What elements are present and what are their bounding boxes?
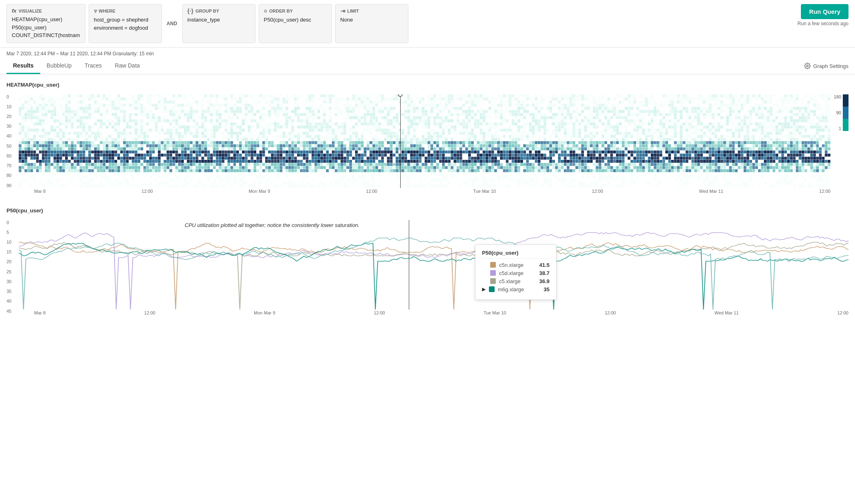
fx-icon: fx — [12, 8, 17, 14]
tooltip-row: c5n.xlarge41.5 — [482, 262, 550, 268]
tooltip-series-value: 35 — [544, 286, 550, 292]
order-icon: ≡ — [264, 8, 267, 14]
heatmap-legend: 180 90 1 — [834, 94, 848, 188]
linechart-y-axis: 45 40 35 30 25 20 15 10 5 0 — [7, 220, 19, 314]
tooltip-overlay: P50(cpu_user) c5n.xlarge41.5c5d.xlarge38… — [475, 244, 556, 300]
gear-icon — [804, 63, 811, 69]
tooltip-series-name: c5d.xlarge — [499, 270, 536, 276]
limit-icon: ⇥ — [340, 8, 345, 14]
visualize-content: HEATMAP(cpu_user) P50(cpu_user) COUNT_DI… — [12, 15, 80, 39]
heatmap-wrapper: 90 80 70 60 50 40 30 20 10 0 Mar 8 12:00 — [7, 90, 848, 204]
tooltip-series-name: m6g.xlarge — [498, 286, 541, 292]
where-label: WHERE — [99, 9, 116, 13]
group-icon: {·} — [188, 8, 194, 14]
svg-point-0 — [807, 65, 808, 67]
tabs-bar: Results BubbleUp Traces Raw Data Graph S… — [0, 58, 855, 74]
group-by-content: instance_type — [188, 16, 250, 24]
filter-icon: ▿ — [94, 8, 97, 14]
heatmap-x-axis: Mar 8 12:00 Mon Mar 9 12:00 Tue Mar 10 1… — [34, 189, 831, 194]
limit-content: None — [340, 16, 403, 24]
visualize-block[interactable]: fx VISUALIZE HEATMAP(cpu_user) P50(cpu_u… — [7, 4, 85, 43]
where-block[interactable]: ▿ WHERE host_group = shepherd environmen… — [89, 4, 162, 43]
linechart-wrapper: 45 40 35 30 25 20 15 10 5 0 CPU utilizat… — [7, 216, 848, 322]
tooltip-series-value: 41.5 — [539, 262, 550, 268]
limit-header: ⇥ LIMIT — [340, 8, 403, 14]
and-divider: AND — [165, 4, 179, 43]
run-ago-text: Run a few seconds ago — [798, 21, 848, 28]
time-range-text: Mar 7 2020, 12:44 PM – Mar 11 2020, 12:4… — [7, 51, 154, 57]
limit-block[interactable]: ⇥ LIMIT None — [335, 4, 408, 43]
tooltip-color-swatch — [490, 262, 496, 268]
tooltip-series-name: c5n.xlarge — [499, 262, 536, 268]
linechart-area: CPU utilization plotted all together; no… — [19, 220, 848, 310]
main-content: HEATMAP(cpu_user) 90 80 70 60 50 40 30 2… — [0, 74, 855, 326]
tooltip-row: c5d.xlarge38.7 — [482, 270, 550, 276]
visualize-line1: HEATMAP(cpu_user) — [12, 15, 80, 24]
graph-settings-label: Graph Settings — [813, 63, 848, 69]
heatmap-canvas — [19, 94, 831, 188]
tooltip-color-swatch — [490, 270, 496, 276]
legend-bar-light — [843, 119, 848, 131]
heatmap-title: HEATMAP(cpu_user) — [7, 82, 848, 88]
tooltip-series-value: 36.9 — [539, 278, 550, 284]
legend-bar-dark — [843, 94, 848, 107]
tab-results[interactable]: Results — [7, 58, 40, 74]
graph-settings-button[interactable]: Graph Settings — [804, 63, 848, 69]
tooltip-title: P50(cpu_user) — [482, 250, 550, 259]
tooltip-series-name: c5.xlarge — [499, 278, 536, 284]
tooltip-row: c5.xlarge36.9 — [482, 278, 550, 284]
time-range-bar: Mar 7 2020, 12:44 PM – Mar 11 2020, 12:4… — [0, 48, 855, 57]
order-by-content: P50(cpu_user) desc — [264, 16, 327, 24]
legend-mid: 90 — [834, 110, 841, 115]
linechart-x-axis: Mar 8 12:00 Mon Mar 9 12:00 Tue Mar 10 1… — [34, 310, 848, 315]
order-by-header: ≡ ORDER BY — [264, 8, 327, 14]
where-header: ▿ WHERE — [94, 8, 157, 14]
linechart-title: P50(cpu_user) — [7, 207, 848, 214]
order-by-block[interactable]: ≡ ORDER BY P50(cpu_user) desc — [259, 4, 332, 43]
tooltip-rows: c5n.xlarge41.5c5d.xlarge38.7c5.xlarge36.… — [482, 262, 550, 292]
run-query-button[interactable]: Run Query — [801, 4, 848, 19]
tooltip-color-swatch — [490, 278, 496, 284]
where-content: host_group = shepherd environment = dogf… — [94, 16, 157, 32]
group-by-block[interactable]: {·} GROUP BY instance_type — [182, 4, 255, 43]
tooltip-row: ▶m6g.xlarge35 — [482, 286, 550, 292]
where-line2: environment = dogfood — [94, 24, 157, 32]
tooltip-arrow-icon: ▶ — [482, 286, 486, 292]
group-by-label: GROUP BY — [195, 9, 219, 13]
limit-label: LIMIT — [347, 9, 359, 13]
tab-rawdata[interactable]: Raw Data — [108, 58, 146, 74]
legend-min: 1 — [834, 126, 841, 131]
linechart-svg — [19, 220, 848, 310]
where-line1: host_group = shepherd — [94, 16, 157, 24]
tab-traces[interactable]: Traces — [78, 58, 108, 74]
tab-bubbleup[interactable]: BubbleUp — [40, 58, 79, 74]
visualize-line2: P50(cpu_user) — [12, 24, 80, 32]
legend-max: 180 — [834, 94, 841, 99]
heatmap-y-axis: 90 80 70 60 50 40 30 20 10 0 — [7, 94, 19, 188]
visualize-header: fx VISUALIZE — [12, 8, 80, 14]
order-by-label: ORDER BY — [269, 9, 293, 13]
heatmap-area — [19, 94, 831, 188]
group-by-header: {·} GROUP BY — [188, 8, 250, 14]
tooltip-color-swatch — [489, 286, 495, 292]
top-bar: fx VISUALIZE HEATMAP(cpu_user) P50(cpu_u… — [0, 0, 855, 48]
visualize-line3: COUNT_DISTINCT(hostnam — [12, 31, 80, 39]
visualize-label: VISUALIZE — [19, 9, 42, 13]
tooltip-series-value: 38.7 — [539, 270, 550, 276]
legend-bar-mid — [843, 107, 848, 119]
